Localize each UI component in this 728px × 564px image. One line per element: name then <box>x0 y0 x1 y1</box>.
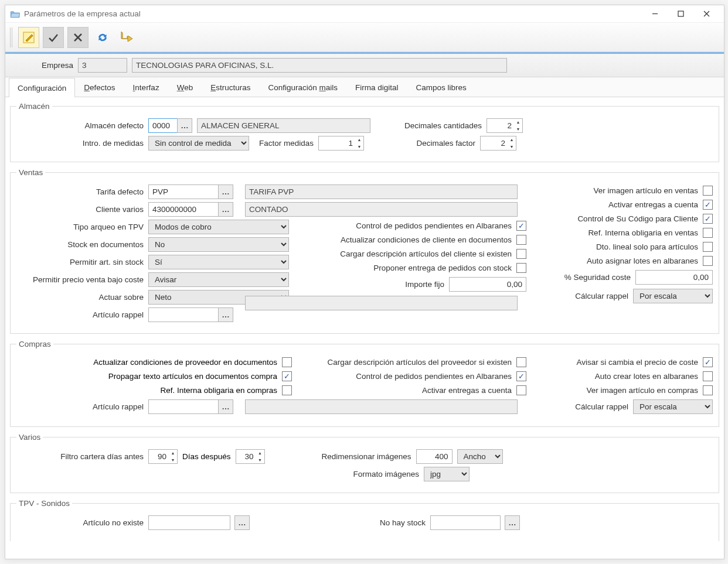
c-activar-chk[interactable] <box>516 385 526 395</box>
tab-interfaz[interactable]: Interfaz <box>124 77 168 97</box>
c-prop-chk[interactable] <box>282 371 292 381</box>
c-autolotes-label: Auto crear lotes en albaranes <box>595 372 698 381</box>
articulo-rappel-label: Artículo rappel <box>16 310 148 319</box>
articulo-rappel-name <box>245 296 518 310</box>
intro-medidas-label: Intro. de medidas <box>16 139 148 148</box>
header-row: Empresa <box>5 54 724 77</box>
c-calcrap-select[interactable]: Por escala <box>633 399 713 414</box>
redim-mode-select[interactable]: Ancho <box>457 449 503 464</box>
cliente-lookup[interactable]: … <box>218 202 233 217</box>
chk-activar-entregas[interactable] <box>703 200 713 210</box>
c-act-chk[interactable] <box>282 357 292 367</box>
legend-varios: Varios <box>16 433 43 442</box>
c-verimg-chk[interactable] <box>703 385 713 395</box>
chk-cargar-desc[interactable] <box>516 249 526 259</box>
tab-bar: Configuración Defectos Interfaz Web Estr… <box>5 77 724 97</box>
empresa-name-input <box>132 58 507 73</box>
articulo-rappel-code[interactable] <box>148 307 219 322</box>
refresh-button[interactable] <box>92 27 113 48</box>
no-stock-lookup[interactable]: … <box>505 515 520 530</box>
no-stock-label: No hay stock <box>355 518 426 527</box>
permit-sinstock-select[interactable]: Sí <box>148 255 289 269</box>
c-artrap-lookup[interactable]: … <box>218 399 233 414</box>
tipo-arqueo-select[interactable]: Modos de cobro <box>148 220 289 234</box>
intro-medidas-select[interactable]: Sin control de medida <box>148 136 249 151</box>
chk-dto-lineal[interactable] <box>703 242 713 252</box>
tab-firma[interactable]: Firma digital <box>346 77 407 97</box>
seguridad-label: % Seguridad coste <box>564 273 631 282</box>
tab-web[interactable]: Web <box>168 77 202 97</box>
c-calcrap-label: Cálcular rappel <box>575 402 628 411</box>
chk-actualizar-cond-label: Actualizar condiciones de cliente en doc… <box>341 235 512 244</box>
edit-button[interactable] <box>18 27 39 48</box>
tab-estructuras[interactable]: Estructuras <box>202 77 259 97</box>
accept-button[interactable] <box>43 27 64 48</box>
importe-fijo-input[interactable] <box>449 277 526 292</box>
maximize-button[interactable] <box>668 6 693 22</box>
no-existe-input[interactable] <box>148 515 230 530</box>
almacen-defecto-code[interactable] <box>148 118 178 133</box>
no-existe-lookup[interactable]: … <box>234 515 250 530</box>
toolbar-grip <box>10 28 12 47</box>
redim-label: Redimensionar imágenes <box>312 452 411 461</box>
minimize-button[interactable] <box>642 6 668 22</box>
tab-campos[interactable]: Campos libres <box>407 77 475 97</box>
stock-doc-select[interactable]: No <box>148 237 289 252</box>
articulo-rappel-lookup[interactable]: … <box>218 307 233 322</box>
c-autolotes-chk[interactable] <box>703 371 713 381</box>
c-ref-chk[interactable] <box>282 385 292 395</box>
formato-select[interactable]: jpg <box>424 467 470 481</box>
chk-actualizar-cond[interactable] <box>516 235 526 245</box>
c-prop-label: Propagar texto artículos en documentos c… <box>108 372 277 381</box>
filtro-label: Filtro cartera días antes <box>16 452 148 461</box>
window-title: Parámetros de la empresa actual <box>24 9 141 18</box>
cliente-label: Cliente varios <box>16 205 148 214</box>
redim-input[interactable] <box>416 449 453 464</box>
permit-bajocoste-select[interactable]: Avisar <box>148 272 289 287</box>
tarifa-label: Tarifa defecto <box>16 187 148 196</box>
chk-control-sucodigo-label: Control de Su Código para Cliente <box>577 214 698 223</box>
permit-bajocoste-label: Permitir precio venta bajo coste <box>16 275 148 284</box>
toolbar <box>5 23 724 52</box>
cancel-button[interactable] <box>67 27 89 48</box>
export-button[interactable] <box>117 27 138 48</box>
c-avisar-label: Avisar si cambia el precio de coste <box>576 358 698 367</box>
c-ref-label: Ref. Interna obligaria en compras <box>160 386 277 395</box>
chk-ver-imagen-label: Ver imagen artículo en ventas <box>593 186 698 195</box>
chk-control-sucodigo[interactable] <box>703 214 713 224</box>
tab-config-mails[interactable]: Configuración mails <box>259 77 346 97</box>
c-artrap-label: Artículo rappel <box>16 402 148 411</box>
tarifa-lookup[interactable]: … <box>218 184 233 199</box>
chk-activar-entregas-label: Activar entregas a cuenta <box>608 200 698 209</box>
c-avisar-chk[interactable] <box>703 357 713 367</box>
c-control-label: Control de pedidos pendientes en Albaran… <box>356 372 512 381</box>
tab-configuracion[interactable]: Configuración <box>9 78 75 97</box>
calc-rappel-select[interactable]: Por escala <box>633 289 713 303</box>
chk-dto-lineal-label: Dto. lineal solo para artículos <box>596 242 698 251</box>
tarifa-code[interactable] <box>148 184 219 199</box>
c-control-chk[interactable] <box>516 371 526 381</box>
calc-rappel-label: Cálcular rappel <box>575 292 628 300</box>
c-cargar-chk[interactable] <box>516 357 526 367</box>
chk-control-pedidos[interactable] <box>516 221 526 231</box>
chk-ref-interna[interactable] <box>703 228 713 238</box>
cliente-code[interactable] <box>148 202 219 217</box>
empresa-code-input[interactable] <box>78 58 127 73</box>
chk-auto-lotes[interactable] <box>703 256 713 266</box>
titlebar: Parámetros de la empresa actual <box>5 5 724 23</box>
group-compras: Compras Actualizar condiciones de provee… <box>10 340 719 427</box>
permit-sinstock-label: Permitir art. sin stock <box>16 258 148 266</box>
actuar-label: Actuar sobre <box>16 293 148 302</box>
spin-up-icon[interactable]: ▲ <box>514 119 522 126</box>
seguridad-input[interactable] <box>635 270 713 285</box>
spin-down-icon[interactable]: ▼ <box>514 126 522 133</box>
almacen-defecto-lookup[interactable]: … <box>177 118 192 133</box>
close-button[interactable] <box>693 6 719 22</box>
tab-defectos[interactable]: Defectos <box>75 77 124 97</box>
chk-ver-imagen[interactable] <box>703 186 713 196</box>
no-stock-input[interactable] <box>430 515 501 530</box>
almacen-defecto-name <box>197 118 370 133</box>
chk-cargar-desc-label: Cargar descripción artículos del cliente… <box>340 249 512 258</box>
chk-proponer[interactable] <box>516 263 526 273</box>
c-artrap-code[interactable] <box>148 399 219 414</box>
